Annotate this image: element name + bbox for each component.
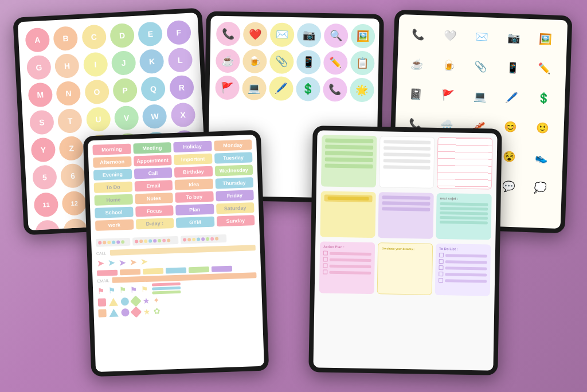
- checkbox: [323, 269, 327, 274]
- planner-action-plan: Action Plan :: [319, 241, 375, 294]
- bar-pink: [97, 270, 118, 276]
- sticker-todo: To Do: [94, 182, 132, 193]
- sticker-home: Home: [94, 194, 132, 206]
- subject-line: [440, 216, 488, 219]
- checkbox: [439, 278, 443, 283]
- bar-blue: [166, 267, 186, 273]
- alpha-circle-P: P: [112, 78, 138, 103]
- note-line: [383, 140, 431, 144]
- check-item-4: [323, 269, 371, 275]
- alpha-circle-L: L: [167, 48, 193, 73]
- note-line: [325, 145, 373, 150]
- planner-yellow-box: [320, 191, 375, 238]
- planner-grid-box: [437, 137, 493, 190]
- alpha-circle-18: 18: [63, 218, 88, 230]
- alpha-circle-O: O: [84, 79, 109, 104]
- todo-check-2: [439, 259, 487, 264]
- outline-mobile: 📱: [499, 54, 526, 81]
- planner-bottom-section: Action Plan :: [315, 239, 496, 300]
- alpha-circle-D: D: [109, 23, 135, 48]
- sticker-holiday: Holiday: [173, 141, 212, 152]
- email-label-text: EMAIL: [97, 279, 109, 283]
- alpha-circle-T: T: [57, 108, 83, 134]
- icon-mail: ✉️: [270, 22, 295, 47]
- alpha-circle-M: M: [28, 82, 53, 107]
- dot: [135, 240, 138, 243]
- sticker-tobuy: To buy: [175, 191, 213, 203]
- alpha-circle-11: 11: [33, 192, 58, 217]
- sticker-birthday: Birthday: [174, 166, 213, 178]
- icon-flag: 🚩: [215, 76, 240, 100]
- dot: [116, 240, 120, 244]
- alpha-circle-E: E: [138, 21, 163, 46]
- alpha-circle-C: C: [81, 24, 107, 49]
- alpha-circle-Q: Q: [140, 76, 166, 101]
- dot: [192, 238, 195, 241]
- tablet-stickers: Morning Meeting Holiday Monday Afternoon…: [83, 130, 269, 377]
- call-label-text: CALL: [96, 251, 108, 256]
- dot: [167, 238, 170, 242]
- action-plan-label: Action Plan :: [323, 245, 371, 249]
- alpha-circle-17: 17: [35, 219, 60, 230]
- shape-diamond-green: [130, 296, 142, 307]
- dot: [107, 241, 111, 244]
- alpha-circle-B: B: [53, 26, 79, 51]
- dreams-label: Go chase your dreams :: [382, 246, 429, 250]
- flag-arrow-3: ⚑: [119, 285, 127, 295]
- outline-note: 📓: [403, 81, 429, 107]
- sticker-dday: D-day :: [135, 218, 174, 229]
- arrow-purple: ➤: [118, 257, 126, 268]
- outline-camera: 📷: [500, 25, 527, 51]
- icon-coffee: ☕: [216, 49, 240, 73]
- outline-heart: 🤍: [437, 22, 463, 49]
- hline-3: [152, 291, 181, 295]
- dot: [187, 238, 191, 241]
- tracker-bar-1: [96, 238, 130, 247]
- alpha-circle-K: K: [139, 49, 165, 74]
- sticker-important: Important: [174, 154, 212, 165]
- alpha-circle-12: 12: [62, 191, 87, 216]
- subject-line: [440, 207, 488, 210]
- sticker-focus: Focus: [135, 205, 174, 217]
- dot: [183, 238, 186, 241]
- purple-line: [382, 201, 430, 205]
- sticker-labels-section: Morning Meeting Holiday Monday Afternoon…: [88, 135, 260, 238]
- alpha-circle-W: W: [142, 104, 167, 129]
- planner-todo-box: To Do List :: [435, 244, 491, 296]
- check-item-3: [323, 264, 371, 269]
- todo-check-3: [439, 265, 487, 271]
- outline-smile2: 🙂: [529, 115, 555, 142]
- shape-diamond-pink: [131, 307, 142, 318]
- note-line: [325, 164, 373, 168]
- dot: [201, 237, 205, 241]
- icon-phone: 📞: [216, 22, 241, 46]
- planner-purple-box: [378, 192, 433, 239]
- dot: [148, 239, 152, 242]
- dot: [197, 238, 200, 241]
- todo-label: To Do List :: [439, 247, 487, 251]
- planner-mid-section: next sujet :: [315, 189, 496, 242]
- sticker-evening: Evening: [93, 169, 132, 181]
- outline-img: 🖼️: [533, 26, 559, 52]
- checkbox: [439, 253, 444, 257]
- dot: [153, 239, 156, 242]
- icon-pencil: ✏️: [323, 50, 348, 75]
- arrow-blue: ➤: [107, 257, 115, 268]
- check-item-1: [323, 251, 371, 256]
- icon-search: 🔍: [324, 23, 349, 48]
- check-line: [445, 254, 487, 257]
- note-line: [325, 158, 373, 162]
- shape-flower-green: ✿: [153, 307, 161, 316]
- bar-green: [189, 266, 209, 273]
- sticker-call: Call: [134, 167, 172, 179]
- alpha-circle-X: X: [170, 103, 195, 128]
- shape-star-yellow: ★: [143, 307, 151, 316]
- shape-star-orange: ✦: [153, 296, 161, 305]
- bar-orange: [120, 269, 140, 275]
- arrow-pink: ➤: [96, 257, 104, 268]
- icon-dollar: 💲: [296, 77, 320, 101]
- check-line: [445, 266, 487, 270]
- arrow-orange: ➤: [129, 256, 137, 267]
- icon-phone3: 📞: [323, 77, 347, 102]
- alpha-circle-J: J: [111, 50, 136, 76]
